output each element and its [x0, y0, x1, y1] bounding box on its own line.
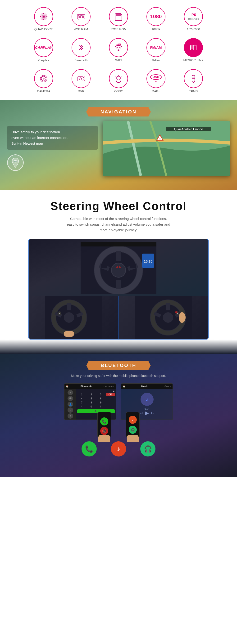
bluetooth-description: Make your driving safer with the mobile …	[5, 374, 232, 378]
section-transition	[0, 340, 237, 354]
bt-name-row: ▶	[77, 390, 115, 392]
svg-text:⚠: ⚠	[159, 138, 161, 140]
svg-text:GPS: GPS	[14, 160, 17, 162]
svg-point-64	[119, 266, 121, 268]
feature-wifi: WiFi WIFI	[101, 36, 136, 64]
bt-keypad-grid: 1 2 3 ⌫ 4 5 6 7 8 9 *	[77, 393, 115, 413]
phone-headphone-icon: 🎧	[129, 426, 137, 434]
bt-key-8-spacer	[106, 401, 115, 404]
features-section: QUAD CORE 4GB RAM	[0, 0, 237, 100]
svg-rect-19	[83, 16, 83, 18]
bt-key-4: 4	[77, 397, 86, 400]
svg-point-86	[163, 312, 173, 323]
bt-music-flat: FLAT -	[144, 408, 150, 410]
bt-dialpad-icon-4: ♪	[68, 408, 73, 413]
mirror-icon	[184, 38, 203, 57]
wifi-icon: WiFi	[109, 38, 128, 57]
hand-shape-2	[127, 435, 139, 442]
features-grid: QUAD CORE 4GB RAM	[26, 5, 211, 96]
rom-label: 32GB ROM	[110, 28, 126, 31]
svg-rect-33	[191, 46, 193, 49]
ram-label: 4GB RAM	[74, 28, 88, 31]
svg-point-39	[79, 78, 82, 80]
hand-shape	[98, 435, 110, 442]
svg-text:Quai Anatole France: Quai Anatole France	[174, 128, 203, 131]
feature-resolution: IPS 1024*600 1024*600	[176, 5, 211, 34]
feature-dab: DAB + DAB+	[138, 67, 173, 96]
phone-music-device: ♪ 🎧	[126, 412, 140, 438]
feature-fmam: FM/AM Rdiao	[138, 36, 173, 64]
feature-camera: CAMERA	[26, 67, 61, 96]
bt-key-hash: #	[96, 405, 105, 408]
bt-key-1: 1	[77, 393, 86, 396]
carplay-icon: CARPLAY	[34, 38, 53, 57]
svg-rect-91	[179, 312, 184, 323]
feature-4gb-ram: 4GB RAM	[64, 5, 99, 34]
bt-key-0: 0	[87, 405, 96, 408]
bt-screens-row: 🏠 Bluetooth • • 9:06 PM ⊞ ☎ 👤 ♪ ⚙ ▶	[5, 383, 232, 434]
dab-icon: DAB +	[146, 69, 165, 88]
steering-bottom-row: ◀ ▶	[29, 296, 208, 339]
bluetooth-label: Bluetooth	[75, 58, 88, 62]
bt-key-3: 3	[96, 393, 105, 396]
camera-icon	[34, 69, 53, 88]
svg-rect-16	[78, 16, 79, 18]
bt-prev-button[interactable]: ⏮	[140, 411, 143, 415]
feature-tpms: TPMS	[176, 67, 211, 96]
dvr-icon	[72, 69, 91, 88]
bt-key-9-spacer	[106, 405, 115, 408]
bt-phone-circle-icon: 📞	[82, 441, 97, 456]
svg-rect-14	[43, 16, 45, 18]
bt-screen-header-call: 🏠 Bluetooth • • 9:06 PM	[65, 384, 116, 389]
svg-rect-66	[81, 242, 156, 246]
obd2-icon	[109, 69, 128, 88]
bt-music-controls: ⏮ ▶ ⏭	[140, 410, 154, 416]
1080p-icon: 1080	[146, 7, 165, 26]
bluetooth-icon	[72, 38, 91, 57]
svg-rect-62	[101, 264, 107, 268]
bt-next-button[interactable]: ⏭	[151, 411, 154, 415]
bt-music-note-icon: ♪	[141, 393, 154, 406]
svg-point-35	[43, 78, 45, 80]
phone-decline-icon: 📵	[100, 427, 108, 435]
feature-32gb-rom: 32GB ROM	[101, 5, 136, 34]
svg-rect-79	[64, 331, 74, 336]
ips-icon: IPS 1024*600	[184, 7, 203, 26]
feature-dvr: DVR	[64, 67, 99, 96]
svg-point-75	[64, 312, 74, 323]
steering-right-image: ▶	[119, 296, 208, 339]
svg-text:◀: ◀	[59, 312, 60, 314]
feature-carplay: CARPLAY Carplay	[26, 36, 61, 64]
obd2-label: OBD2	[114, 90, 123, 93]
phone-call-icon: 📞	[100, 418, 108, 426]
nav-text-block: Drive safely to your destination even wi…	[7, 126, 98, 171]
feature-obd2: OBD2	[101, 67, 136, 96]
steering-images: 15:35 ◀	[29, 239, 208, 340]
phone-music-note: ♪	[129, 416, 137, 424]
bt-dialpad-icon-3: 👤	[68, 402, 73, 407]
bt-key-del: ⌫	[106, 393, 115, 396]
bt-key-star: *	[77, 405, 86, 408]
navigation-badge: NAVIGATION	[86, 107, 151, 116]
carplay-label: Carplay	[38, 58, 49, 62]
svg-text:15:35: 15:35	[144, 260, 152, 263]
bt-dialpad-icon-1: ⊞	[68, 390, 73, 395]
bt-play-button[interactable]: ▶	[145, 410, 149, 416]
bt-phone-call: 🏠 Bluetooth • • 9:06 PM ⊞ ☎ 👤 ♪ ⚙ ▶	[64, 383, 116, 434]
dab-label: DAB+	[152, 90, 160, 93]
svg-text:WiFi: WiFi	[116, 43, 121, 46]
steering-title: Steering Wheel Control	[5, 200, 232, 212]
bt-key-7-spacer	[106, 397, 115, 400]
bluetooth-section: BLUETOOTH Make your driving safer with t…	[0, 354, 237, 477]
bt-dialpad-icon-5: ⚙	[68, 414, 73, 418]
phone-music-hand: ♪ 🎧	[121, 420, 173, 434]
mirror-label: MIRROR LINK	[183, 58, 203, 62]
sdcard-icon	[109, 7, 128, 26]
feature-bluetooth: Bluetooth	[64, 36, 99, 64]
bt-screen-header-music: 🏠 Music 3/8 ↩ ≡	[121, 384, 172, 389]
svg-point-89	[175, 311, 177, 314]
camera-label: CAMERA	[37, 90, 50, 93]
svg-point-65	[116, 266, 118, 268]
quad-core-icon	[34, 7, 53, 26]
bt-phone-music: 🏠 Music 3/8 ↩ ≡ ♪ FLAT - ⏮ ▶ ⏭ ♪	[121, 383, 173, 434]
